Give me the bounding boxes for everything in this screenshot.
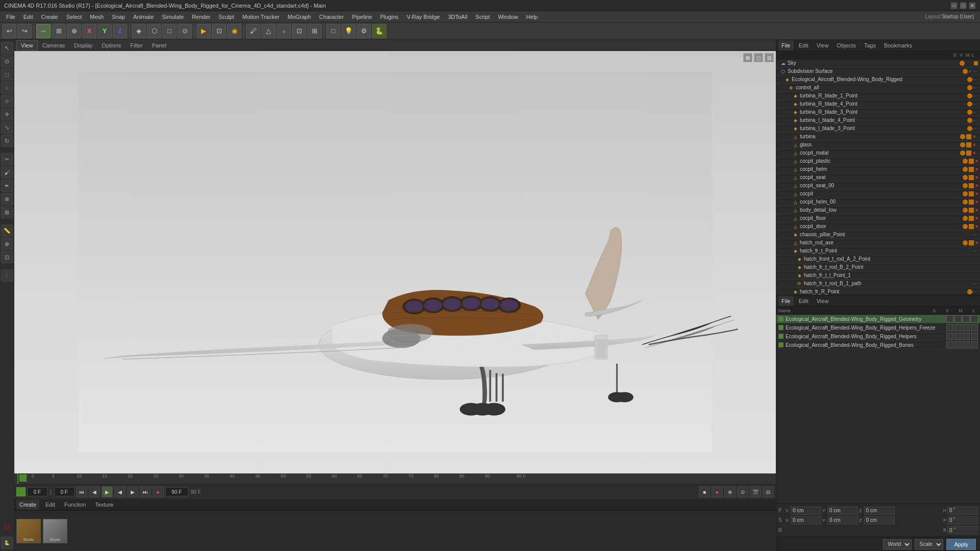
next-key-btn[interactable]: ▶ — [127, 486, 138, 497]
obj-row-cocpit-seat00[interactable]: △ cocpit_seat_00 ✕ — [776, 182, 980, 190]
tab-view[interactable]: View — [16, 40, 38, 51]
menu-animate[interactable]: Animate — [129, 11, 158, 22]
timeline-start-marker[interactable] — [19, 474, 27, 482]
menu-mograph[interactable]: MoGraph — [283, 11, 315, 22]
menu-3dtoall[interactable]: 3DToAll — [444, 11, 472, 22]
viewport-options-btn[interactable]: ⊟ — [765, 53, 774, 62]
render-region-button[interactable]: ⊡ — [212, 24, 226, 38]
rotate-tool-button[interactable]: ⊕ — [67, 24, 81, 38]
menu-select[interactable]: Select — [62, 11, 86, 22]
layer-row-bones[interactable]: Ecological_Aircraft_Blended-Wing_Body_Ri… — [776, 341, 980, 349]
loop-btn[interactable]: ⊕ — [724, 486, 736, 497]
sculpt-button[interactable]: △ — [261, 24, 276, 38]
play-reverse-btn[interactable]: ◀ — [114, 486, 126, 497]
knife-tool[interactable]: ✂ — [1, 153, 13, 165]
menu-plugins[interactable]: Plugins — [376, 11, 403, 22]
coord-sx-input[interactable] — [791, 516, 821, 524]
obj-row-sky[interactable]: ☁ Sky — [776, 59, 980, 67]
record-btn[interactable]: ● — [153, 486, 164, 497]
coord-z-input[interactable] — [864, 507, 895, 515]
frame-current-input[interactable] — [54, 487, 75, 496]
layer-hf-s[interactable] — [946, 324, 953, 331]
layer-b-s[interactable] — [946, 341, 953, 348]
coord-sz-input[interactable] — [864, 516, 895, 524]
render-button[interactable]: ▶ — [197, 24, 211, 38]
live-selection[interactable]: ⊙ — [1, 55, 13, 67]
menu-create[interactable]: Create — [37, 11, 62, 22]
obj-row-cocpit-door[interactable]: △ cocpit_door ✕ — [776, 222, 980, 231]
path-selection[interactable]: ⊹ — [1, 95, 13, 107]
obj-row-control-all[interactable]: ⊕ control_all ··· — [776, 84, 980, 92]
xyz-z-button[interactable]: Z — [113, 24, 127, 38]
close-button[interactable]: ✕ — [969, 2, 976, 9]
material-ecolo-2[interactable]: Ecolo — [43, 519, 67, 543]
layer-h-m[interactable] — [963, 333, 970, 340]
obj-row-hatch-rod[interactable]: △ hatch_rod_axe ✕ — [776, 239, 980, 247]
obj-row-hatch-fr-t-l[interactable]: ◈ hatch_fr_t_l_Point_1 — [776, 271, 980, 280]
mirror-tool[interactable]: ⊞ — [1, 206, 13, 218]
obj-row-glass[interactable]: △ glass ✕ · — [776, 141, 980, 149]
settings-button[interactable]: ⚙ — [357, 24, 371, 38]
obj-row-cocpit-plastic[interactable]: △ cocpit_plastic ✕ — [776, 157, 980, 165]
snap-tool[interactable]: ⊕ — [1, 238, 13, 250]
python-side[interactable]: 🐍 — [1, 537, 13, 549]
obj-row-blade3l[interactable]: ◈ turbina_l_blade_3_Point ··· — [776, 124, 980, 133]
obj-row-hatch-front-t[interactable]: ◈ hatch_front_t_rod_A_2_Point — [776, 255, 980, 263]
obj-row-body-detail[interactable]: △ body_detail_low ✕ — [776, 206, 980, 214]
tab-options[interactable]: Options — [97, 40, 126, 51]
obj-tab-file[interactable]: File — [778, 40, 794, 51]
camera-button[interactable]: □ — [326, 24, 340, 38]
obj-row-blade4l[interactable]: ◈ turbina_l_blade_4_Point ··· — [776, 116, 980, 124]
xyz-y-button[interactable]: Y — [97, 24, 112, 38]
mat-tab-texture[interactable]: Texture — [92, 499, 116, 510]
obj-row-cocpit-floor[interactable]: △ cocpit_floor ✕ — [776, 214, 980, 222]
move-tool-side[interactable]: ✛ — [1, 108, 13, 120]
viewport-maximize-btn[interactable]: ⊞ — [743, 53, 752, 62]
tab-cameras[interactable]: Cameras — [38, 40, 70, 51]
layer-geo-l[interactable] — [971, 315, 978, 322]
coord-h-input[interactable] — [947, 507, 978, 515]
layer-b-l[interactable] — [971, 341, 978, 348]
layer-h-v[interactable] — [954, 333, 962, 340]
prev-key-btn[interactable]: ◀ — [89, 486, 100, 497]
undo-button[interactable]: ↩ — [2, 24, 16, 38]
timeline-options-btn[interactable]: ⊟ — [763, 486, 774, 497]
coord-p-input[interactable] — [947, 516, 978, 524]
layer-geo-m[interactable] — [963, 315, 970, 322]
menu-motion-tracker[interactable]: Motion Tracker — [238, 11, 284, 22]
tab-panel[interactable]: Panel — [148, 40, 171, 51]
pen-tool[interactable]: ✒ — [1, 180, 13, 192]
obj-row-aircraft[interactable]: ◈ Ecological_Aircraft_Blended-Wing_Body_… — [776, 76, 980, 84]
menu-script[interactable]: Script — [472, 11, 494, 22]
auto-key-btn[interactable]: ⊙ — [737, 486, 748, 497]
scale-tool-side[interactable]: ⤡ — [1, 121, 13, 134]
obj-row-blade1[interactable]: ◈ turbina_R_blade_1_Point ··· — [776, 92, 980, 100]
rotate-tool-side[interactable]: ↻ — [1, 135, 13, 147]
obj-tab-view[interactable]: View — [814, 40, 832, 51]
tab-filter[interactable]: Filter — [126, 40, 147, 51]
polygon-mode-button[interactable]: □ — [162, 24, 177, 38]
coord-y-input[interactable] — [827, 507, 858, 515]
obj-row-blade3r[interactable]: ◈ turbina_R_blade_3_Point ··· — [776, 108, 980, 116]
coord-sy-input[interactable] — [827, 516, 858, 524]
menu-simulate[interactable]: Simulate — [158, 11, 188, 22]
menu-pipeline[interactable]: Pipeline — [348, 11, 376, 22]
layer-hf-l[interactable] — [971, 324, 978, 331]
mat-tab-function[interactable]: Function — [61, 499, 89, 510]
menu-sculpt[interactable]: Sculpt — [214, 11, 238, 22]
obj-row-cocpit-seat[interactable]: △ cocpit_seat ✕ — [776, 173, 980, 182]
menu-render[interactable]: Render — [188, 11, 214, 22]
paint-button[interactable]: 🖊 — [246, 24, 260, 38]
bottom-tab-edit[interactable]: Edit — [796, 296, 812, 306]
obj-row-subdiv[interactable]: ⬡ Subdivision Surface ✓ ··· — [776, 67, 980, 76]
menu-mesh[interactable]: Mesh — [86, 11, 108, 22]
obj-row-hatch-fr-r[interactable]: ◈ hatch_fr_R_Point ··· — [776, 288, 980, 295]
obj-row-cocpit-helm00[interactable]: △ cocpit_helm_00 ✕ — [776, 198, 980, 206]
obj-row-cocpit-metal[interactable]: △ cocpit_matal ✕ · — [776, 149, 980, 157]
apply-button[interactable]: Apply — [946, 539, 976, 550]
menu-edit[interactable]: Edit — [19, 11, 37, 22]
bottom-tab-view[interactable]: View — [814, 296, 832, 306]
material-button[interactable]: ⬦ — [277, 24, 291, 38]
rect-selection[interactable]: □ — [1, 68, 13, 81]
obj-row-hatch-fr-t-rod-b2[interactable]: ◈ hatch_fr_t_rod_B_2_Point — [776, 263, 980, 271]
